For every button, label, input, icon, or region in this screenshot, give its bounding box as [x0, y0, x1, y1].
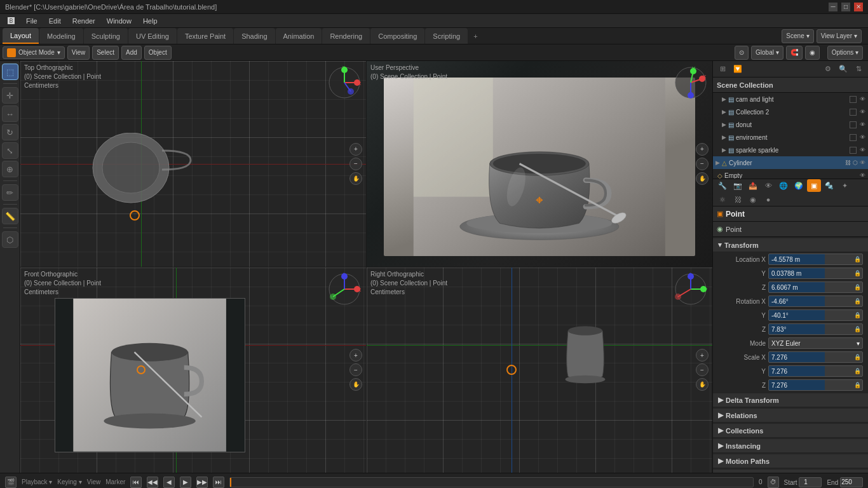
- prop-constraints-tab[interactable]: ⛓: [731, 193, 745, 206]
- prop-render-tab[interactable]: 📷: [731, 179, 745, 192]
- eye-icon[interactable]: 👁: [860, 172, 865, 179]
- visibility-checkbox[interactable]: [850, 147, 857, 154]
- prop-view-tab[interactable]: 👁: [761, 179, 775, 192]
- instancing-header[interactable]: ▶ Instancing: [713, 439, 868, 453]
- outliner-item-sparkle[interactable]: ▶ ▤ sparkle sparkle 👁: [713, 144, 868, 156]
- zoom-out-btn-tl[interactable]: −: [349, 158, 362, 170]
- tab-rendering[interactable]: Rendering: [322, 28, 370, 44]
- zoom-in-btn-bl[interactable]: +: [349, 349, 362, 362]
- eye-icon[interactable]: 👁: [860, 134, 865, 140]
- pan-btn-br[interactable]: ✋: [696, 378, 709, 391]
- outliner-item-donut[interactable]: ▶ ▤ donut 👁: [713, 118, 868, 131]
- view-menu[interactable]: View: [67, 46, 90, 60]
- menu-file[interactable]: File: [21, 16, 43, 26]
- select-menu[interactable]: Select: [92, 46, 119, 60]
- prop-output-tab[interactable]: 📤: [746, 179, 760, 192]
- eye-icon[interactable]: 👁: [860, 159, 865, 166]
- outliner-item-cam-light[interactable]: ▶ ▤ cam and light 👁: [713, 93, 868, 105]
- prop-object-tab[interactable]: ▣: [807, 179, 821, 192]
- rot-x-field[interactable]: -4.66° 🔒: [768, 295, 863, 307]
- motion-paths-header[interactable]: ▶ Motion Paths: [713, 454, 868, 468]
- view-layer-selector[interactable]: View Layer ▾: [817, 29, 862, 43]
- add-cube-btn[interactable]: ⬡: [2, 231, 18, 248]
- play-btn[interactable]: ▶: [180, 477, 191, 488]
- maximize-btn[interactable]: □: [841, 3, 850, 11]
- scale-x-field[interactable]: 7.276 🔒: [768, 351, 863, 363]
- transform-pivot[interactable]: ⊙: [735, 46, 749, 60]
- rot-y-field[interactable]: -40.1° 🔒: [768, 309, 863, 321]
- mode-switcher[interactable]: Object Mode ▾: [3, 46, 65, 59]
- zoom-in-btn-tl[interactable]: +: [349, 143, 362, 156]
- proportional-edit[interactable]: ◉: [805, 46, 820, 60]
- prop-data-tab[interactable]: ◉: [746, 193, 760, 206]
- eye-icon[interactable]: 👁: [860, 109, 865, 115]
- visibility-checkbox[interactable]: [850, 134, 857, 141]
- eye-icon[interactable]: 👁: [860, 147, 865, 153]
- minimize-btn[interactable]: ─: [829, 3, 837, 11]
- eye-icon[interactable]: 👁: [860, 121, 865, 128]
- loc-z-field[interactable]: 6.6067 m 🔒: [768, 281, 863, 293]
- pan-btn-tr[interactable]: ✋: [696, 172, 709, 185]
- search-right-btn[interactable]: 🔍: [836, 63, 850, 76]
- eye-icon[interactable]: 👁: [860, 96, 865, 102]
- cursor-tool-btn[interactable]: ✛: [2, 87, 18, 104]
- object-menu[interactable]: Object: [144, 46, 172, 60]
- timeline-scrubber[interactable]: [229, 477, 754, 487]
- zoom-out-btn-tr[interactable]: −: [696, 158, 709, 170]
- annotate-tool-btn[interactable]: ✏: [2, 184, 18, 201]
- tab-animation[interactable]: Animation: [276, 28, 322, 44]
- prop-scene-tab[interactable]: 🌐: [776, 179, 790, 192]
- rotate-tool-btn[interactable]: ↻: [2, 124, 18, 140]
- frame-rate-btn[interactable]: ⏱: [768, 477, 779, 488]
- visibility-checkbox[interactable]: [850, 96, 857, 103]
- add-workspace-btn[interactable]: +: [468, 28, 482, 44]
- transform-tool-btn[interactable]: ⊕: [2, 161, 18, 177]
- measure-tool-btn[interactable]: 📏: [2, 208, 18, 224]
- collections-header[interactable]: ▶ Collections: [713, 424, 868, 438]
- play-back-btn[interactable]: ◀: [163, 477, 175, 488]
- rot-z-field[interactable]: 7.83° 🔒: [768, 323, 863, 335]
- end-frame-input[interactable]: [840, 477, 863, 487]
- outliner-item-empty[interactable]: ◇ Empty 👁: [713, 169, 868, 179]
- tab-texture-paint[interactable]: Texture Paint: [177, 28, 233, 44]
- menu-window[interactable]: Window: [102, 16, 137, 26]
- delta-transform-header[interactable]: ▶ Delta Transform: [713, 393, 868, 407]
- tab-layout[interactable]: Layout: [3, 28, 39, 44]
- jump-start-btn[interactable]: ⏮: [130, 477, 142, 488]
- viewport-top-right[interactable]: User Perspective (0) Scene Collection | …: [367, 61, 712, 267]
- start-frame-input[interactable]: [799, 477, 822, 487]
- loc-y-field[interactable]: 0.03788 m 🔒: [768, 268, 863, 279]
- visibility-checkbox[interactable]: [850, 121, 857, 128]
- menu-render[interactable]: Render: [67, 16, 100, 26]
- tab-uv-editing[interactable]: UV Editing: [128, 28, 177, 44]
- filter-btn[interactable]: ⚙: [821, 63, 835, 76]
- viewport-bottom-left[interactable]: Front Orthographic (0) Scene Collection …: [20, 268, 366, 473]
- outliner-item-collection2[interactable]: ▶ ▤ Collection 2 👁: [713, 105, 868, 118]
- outliner-item-env[interactable]: ▶ ▤ enviroment 👁: [713, 131, 868, 144]
- tab-compositing[interactable]: Compositing: [370, 28, 424, 44]
- step-back-btn[interactable]: ◀◀: [147, 477, 158, 488]
- visibility-checkbox[interactable]: [850, 109, 857, 116]
- tab-modeling[interactable]: Modeling: [39, 28, 83, 44]
- scale-tool-btn[interactable]: ⤡: [2, 142, 18, 159]
- select-tool-btn[interactable]: ⬚: [2, 64, 18, 80]
- scale-y-field[interactable]: 7.276 🔒: [768, 365, 863, 377]
- prop-particles-tab[interactable]: ✦: [837, 179, 851, 192]
- zoom-in-btn-br[interactable]: +: [696, 349, 709, 362]
- zoom-out-btn-bl[interactable]: −: [349, 363, 362, 376]
- close-btn[interactable]: ✕: [854, 3, 863, 11]
- pan-btn-tl[interactable]: ✋: [349, 172, 362, 185]
- shading-header[interactable]: ▶ Shading: [713, 470, 868, 473]
- window-controls[interactable]: ─ □ ✕: [829, 3, 863, 11]
- prop-editor-type[interactable]: 🔧: [715, 179, 729, 192]
- prop-physics-tab[interactable]: ⚛: [715, 193, 729, 206]
- prop-world-tab[interactable]: 🌍: [792, 179, 806, 192]
- sort-btn[interactable]: ⇅: [851, 63, 865, 76]
- transform-orientation[interactable]: Global ▾: [751, 46, 783, 60]
- move-tool-btn[interactable]: ↔: [2, 105, 18, 122]
- viewport-bottom-right[interactable]: Right Orthographic (0) Scene Collection …: [367, 268, 712, 473]
- playback-menu[interactable]: 🎬: [5, 477, 17, 488]
- scale-z-field[interactable]: 7.276 🔒: [768, 379, 863, 391]
- menu-blender[interactable]: 🅱: [3, 16, 20, 26]
- outliner-filter-btn[interactable]: 🔽: [731, 63, 745, 76]
